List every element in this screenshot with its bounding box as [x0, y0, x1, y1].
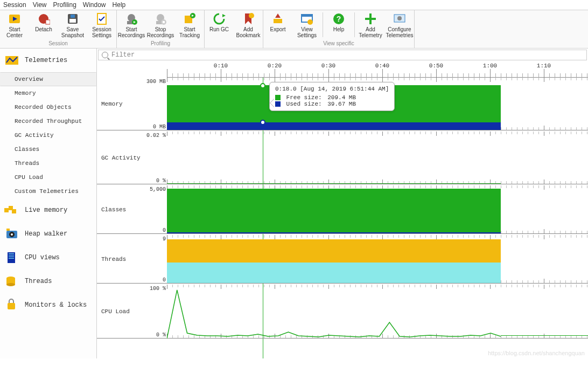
- sidebar-icon-2: [4, 227, 20, 240]
- menubar: SessionViewProfilingWindowHelp: [0, 0, 588, 10]
- menu-window[interactable]: Window: [83, 1, 106, 9]
- chart-row-cpu[interactable]: CPU Load100 %0 %: [97, 285, 588, 339]
- tooltip-row-used: Used size: 39.67 MB: [275, 101, 389, 107]
- search-icon: [102, 52, 108, 58]
- svg-rect-26: [302, 15, 312, 17]
- chart-label: Classes: [101, 206, 126, 213]
- sidebar-icon-5: [4, 299, 20, 312]
- sidebar-item-recorded-throughput[interactable]: Recorded Throughput: [0, 114, 96, 128]
- svg-rect-31: [365, 18, 376, 20]
- content: Filter 0:100:200:300:400:501:001:10 0:18…: [97, 49, 588, 358]
- sidebar-section-threads[interactable]: Threads: [0, 270, 96, 293]
- svg-rect-49: [8, 303, 15, 309]
- timeline[interactable]: 0:100:200:300:400:501:001:10: [167, 61, 588, 78]
- toolbar-btn-session-settings[interactable]: SessionSettings: [87, 10, 116, 39]
- svg-point-22: [249, 13, 254, 18]
- sidebar-list: OverviewMemoryRecorded ObjectsRecorded T…: [0, 72, 96, 198]
- toolbar-group-1: StartRecordingsStopRecordingsStartTracki…: [117, 10, 205, 48]
- toolbar-btn-add-bookmark[interactable]: AddBookmark: [234, 10, 263, 39]
- sidebar-icon-0: [4, 54, 20, 67]
- export-icon: [271, 12, 284, 25]
- toolbar-btn-start-tracking[interactable]: StartTracking: [175, 10, 204, 39]
- svg-rect-44: [9, 255, 14, 257]
- configure-telemetries-icon: [393, 12, 406, 25]
- chart-row-threads[interactable]: Threads90: [97, 235, 588, 284]
- toolbar-group-label: Session: [48, 39, 68, 48]
- toolbar-btn-detach[interactable]: Detach: [29, 10, 58, 39]
- svg-point-27: [307, 19, 313, 25]
- sidebar-section-telemetries[interactable]: Telemetries: [0, 49, 96, 72]
- svg-point-33: [397, 16, 402, 20]
- save-snapshot-icon: [66, 12, 79, 25]
- sidebar-section-heap-walker[interactable]: Heap walker: [0, 222, 96, 246]
- main: TelemetriesOverviewMemoryRecorded Object…: [0, 49, 588, 358]
- detach-icon: [37, 12, 50, 25]
- menu-session[interactable]: Session: [3, 1, 26, 9]
- chart-label: CPU Load: [101, 308, 130, 315]
- sidebar-item-recorded-objects[interactable]: Recorded Objects: [0, 100, 96, 114]
- timeline-label: 0:10: [214, 63, 228, 69]
- legend-square-green: [275, 95, 281, 100]
- svg-rect-23: [274, 19, 282, 23]
- timeline-label: 1:00: [483, 63, 497, 69]
- menu-help[interactable]: Help: [113, 1, 126, 9]
- toolbar-btn-stop-recordings[interactable]: StopRecordings: [146, 10, 175, 39]
- chart-label: GC Activity: [101, 155, 141, 161]
- toolbar-btn-export[interactable]: Export: [263, 10, 292, 39]
- toolbar-btn-help[interactable]: ?Help: [324, 10, 353, 39]
- sidebar: TelemetriesOverviewMemoryRecorded Object…: [0, 49, 97, 358]
- svg-marker-24: [275, 13, 281, 18]
- sidebar-item-cpu-load[interactable]: CPU Load: [0, 170, 96, 184]
- svg-rect-45: [9, 258, 14, 259]
- svg-rect-43: [9, 253, 14, 254]
- playhead-marker-top[interactable]: [260, 83, 265, 88]
- timeline-label: 0:30: [321, 63, 335, 69]
- stop-recordings-icon: [154, 12, 167, 25]
- svg-rect-35: [4, 208, 9, 212]
- charts-area: 0:100:200:300:400:501:001:10 0:18.0 [Aug…: [97, 61, 588, 358]
- playhead-marker-bottom[interactable]: [260, 120, 265, 125]
- toolbar-btn-start-recordings[interactable]: StartRecordings: [117, 10, 146, 39]
- svg-rect-6: [71, 15, 75, 18]
- toolbar-btn-save-snapshot[interactable]: SaveSnapshot: [58, 10, 87, 39]
- toolbar-btn-view-settings[interactable]: ViewSettings: [292, 10, 321, 39]
- filter-placeholder: Filter: [111, 51, 135, 59]
- sidebar-item-threads[interactable]: Threads: [0, 156, 96, 170]
- toolbar-btn-configure-telemetries[interactable]: ConfigureTelemetries: [385, 10, 414, 39]
- toolbar-group-0: StartCenterDetachSaveSnapshotSessionSett…: [0, 10, 117, 48]
- sidebar-section-live-memory[interactable]: Live memory: [0, 198, 96, 222]
- chart-row-gc[interactable]: GC Activity0.02 %0 %: [97, 132, 588, 184]
- svg-rect-37: [12, 209, 16, 213]
- view-settings-icon: [300, 12, 313, 25]
- sidebar-item-memory[interactable]: Memory: [0, 86, 96, 100]
- timeline-label: 1:10: [537, 63, 551, 69]
- menu-view[interactable]: View: [33, 1, 47, 9]
- toolbar-group-label: Profiling: [151, 39, 170, 48]
- menu-profiling[interactable]: Profiling: [53, 1, 76, 9]
- chart-label: Threads: [101, 256, 126, 263]
- filter-input[interactable]: Filter: [98, 50, 587, 60]
- chart-row-classes[interactable]: Classes5,0000: [97, 185, 588, 234]
- run-gc-icon: [213, 12, 226, 25]
- timeline-label: 0:50: [429, 63, 443, 69]
- timeline-label: 0:20: [268, 63, 282, 69]
- session-settings-icon: [95, 12, 108, 25]
- toolbar-group-2: Run GCAddBookmark: [205, 10, 263, 48]
- tooltip-row-free: Free size: 209.4 MB: [275, 94, 389, 101]
- sidebar-item-custom-telemetries[interactable]: Custom Telemetries: [0, 184, 96, 198]
- svg-text:?: ?: [337, 15, 341, 23]
- toolbar-btn-run-gc[interactable]: Run GC: [205, 10, 234, 39]
- chart-label: Memory: [101, 101, 123, 107]
- sidebar-section-monitors-&-locks[interactable]: Monitors & locks: [0, 293, 96, 317]
- toolbar-btn-start-center[interactable]: StartCenter: [0, 10, 29, 39]
- sidebar-item-overview[interactable]: Overview: [0, 72, 96, 86]
- svg-rect-3: [46, 20, 50, 24]
- sidebar-item-gc-activity[interactable]: GC Activity: [0, 128, 96, 142]
- toolbar-group-3: ExportViewSettings?HelpAddTelemetryConfi…: [263, 10, 415, 48]
- sidebar-section-cpu-views[interactable]: CPU views: [0, 246, 96, 270]
- sidebar-item-classes[interactable]: Classes: [0, 142, 96, 156]
- svg-marker-19: [222, 14, 226, 17]
- toolbar: StartCenterDetachSaveSnapshotSessionSett…: [0, 10, 588, 49]
- sidebar-icon-3: [4, 251, 20, 264]
- toolbar-btn-add-telemetry[interactable]: AddTelemetry: [356, 10, 385, 39]
